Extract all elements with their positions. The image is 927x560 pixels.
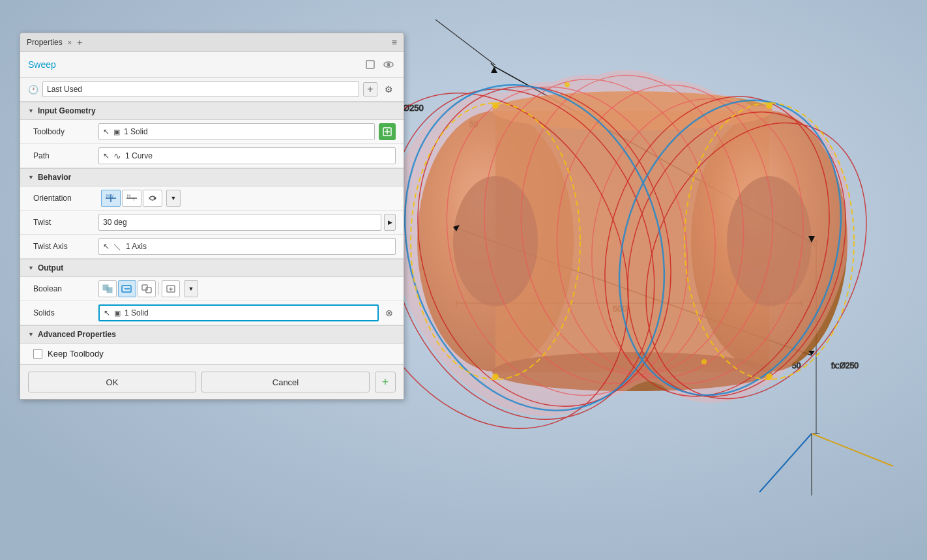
preset-select[interactable]: Last Used [42, 81, 359, 97]
keep-toolbody-label: Keep Toolbody [48, 349, 104, 359]
section-triangle-output: ▼ [28, 265, 34, 271]
boolean-dropdown[interactable]: ▼ [184, 280, 198, 297]
input-geometry-section-header[interactable]: ▼ Input Geometry [20, 102, 404, 120]
twist-axis-label: Twist Axis [33, 242, 98, 251]
svg-point-53 [766, 374, 772, 380]
boolean-label: Boolean [33, 284, 98, 293]
section-triangle-behavior: ▼ [28, 174, 34, 181]
keep-toolbody-checkbox[interactable] [33, 349, 42, 359]
advanced-label: Advanced Properties [38, 330, 116, 339]
twist-input[interactable] [98, 214, 381, 231]
boolean-icon-group: ▼ [98, 280, 198, 297]
path-curve-icon: ∿ [113, 151, 121, 161]
path-value[interactable]: ↖ ∿ 1 Curve [98, 147, 396, 164]
orientation-dropdown[interactable]: ▼ [166, 190, 181, 207]
button-row: OK Cancel + [20, 364, 404, 399]
bool-subtract-button[interactable] [118, 280, 136, 297]
ghost-icon-button[interactable] [363, 57, 377, 72]
solids-clear-button[interactable]: ⊗ [383, 306, 396, 319]
svg-text:\: \ [133, 197, 134, 201]
panel-menu-button[interactable]: ≡ [392, 37, 397, 48]
solids-label: Solids [33, 308, 98, 317]
twist-expand-button[interactable]: ▶ [384, 214, 396, 231]
twist-axis-line-icon: — [111, 240, 125, 253]
panel-close-button[interactable]: × [68, 38, 72, 46]
svg-point-52 [766, 102, 772, 109]
svg-point-50 [492, 102, 499, 109]
panel-title: Properties [27, 38, 63, 47]
solids-row: Solids ↖ ▣ 1 Solid ⊗ [20, 301, 404, 325]
svg-text:fx:Ø250: fx:Ø250 [831, 361, 859, 370]
panel-footer-add-button[interactable]: + [375, 372, 396, 392]
solids-value-text: 1 Solid [125, 308, 149, 317]
sweep-icon-group [363, 57, 396, 72]
orient-button-2[interactable]: H\ [122, 190, 141, 207]
panel-titlebar: Properties × + ≡ [20, 33, 404, 52]
input-geometry-label: Input Geometry [38, 106, 96, 115]
toolbody-add-button[interactable] [379, 123, 396, 140]
behavior-label: Behavior [38, 173, 71, 182]
behavior-section-header[interactable]: ▼ Behavior [20, 168, 404, 186]
boolean-row: Boolean ▼ [20, 277, 404, 301]
sweep-link[interactable]: Sweep [28, 59, 56, 70]
output-label: Output [38, 263, 63, 273]
ok-button[interactable]: OK [28, 372, 196, 392]
orientation-icon-group: H/ H\ ▼ [101, 190, 181, 207]
twist-label: Twist [33, 218, 98, 227]
svg-text:H: H [127, 194, 130, 198]
solids-value[interactable]: ↖ ▣ 1 Solid [98, 304, 379, 321]
panel-add-tab-button[interactable]: + [77, 37, 82, 48]
svg-text:/: / [112, 194, 113, 198]
path-cursor-icon: ↖ [103, 151, 110, 160]
orientation-row: Orientation H/ H\ ▼ [20, 186, 404, 211]
svg-text:Ø250: Ø250 [403, 103, 424, 113]
bool-new-button[interactable] [162, 280, 180, 297]
toolbody-value[interactable]: ↖ ▣ 1 Solid [98, 123, 375, 140]
toolbody-solid-icon: ▣ [113, 128, 120, 136]
twist-axis-value-text: 1 Axis [126, 242, 147, 251]
twist-axis-cursor-icon: ↖ [103, 242, 110, 251]
svg-point-55 [701, 359, 707, 364]
svg-point-62 [387, 63, 390, 66]
preset-clock-icon: 🕐 [28, 85, 38, 95]
keep-toolbody-row: Keep Toolbody [20, 344, 404, 364]
svg-text:H: H [106, 194, 110, 198]
toolbody-row: Toolbody ↖ ▣ 1 Solid [20, 120, 404, 144]
preset-row: 🕐 Last Used + ⚙ [20, 78, 404, 102]
solids-solid-icon: ▣ [114, 309, 121, 317]
toolbody-cursor-icon: ↖ [103, 127, 110, 136]
visibility-icon-button[interactable] [381, 57, 396, 72]
svg-point-51 [492, 374, 499, 380]
sweep-header: Sweep [20, 52, 404, 78]
section-triangle-input: ▼ [28, 108, 34, 114]
solids-cursor-icon: ↖ [104, 308, 110, 317]
path-value-text: 1 Curve [125, 151, 153, 160]
svg-rect-74 [107, 287, 112, 293]
preset-add-button[interactable]: + [363, 82, 377, 96]
svg-point-54 [565, 82, 570, 87]
properties-panel: Properties × + ≡ Sweep 🕐 Last Used + ⚙ ▼… [20, 33, 404, 400]
advanced-section-header[interactable]: ▼ Advanced Properties [20, 325, 404, 344]
twist-axis-row: Twist Axis ↖ — 1 Axis [20, 235, 404, 259]
toolbody-label: Toolbody [33, 127, 98, 136]
bool-join-button[interactable] [98, 280, 117, 297]
bool-intersect-button[interactable] [138, 280, 156, 297]
boolean-separator [158, 282, 159, 295]
orientation-label: Orientation [33, 194, 98, 203]
output-section-header[interactable]: ▼ Output [20, 259, 404, 277]
path-label: Path [33, 151, 98, 160]
toolbody-value-text: 1 Solid [124, 127, 148, 136]
section-triangle-advanced: ▼ [28, 331, 34, 338]
twist-row: Twist ▶ [20, 211, 404, 235]
preset-gear-button[interactable]: ⚙ [381, 82, 396, 96]
orient-button-3[interactable] [143, 190, 162, 207]
svg-rect-60 [366, 61, 374, 68]
cancel-button[interactable]: Cancel [201, 372, 370, 392]
path-row: Path ↖ ∿ 1 Curve [20, 144, 404, 168]
orient-button-1[interactable]: H/ [101, 190, 121, 207]
twist-axis-value[interactable]: ↖ — 1 Axis [98, 238, 396, 255]
